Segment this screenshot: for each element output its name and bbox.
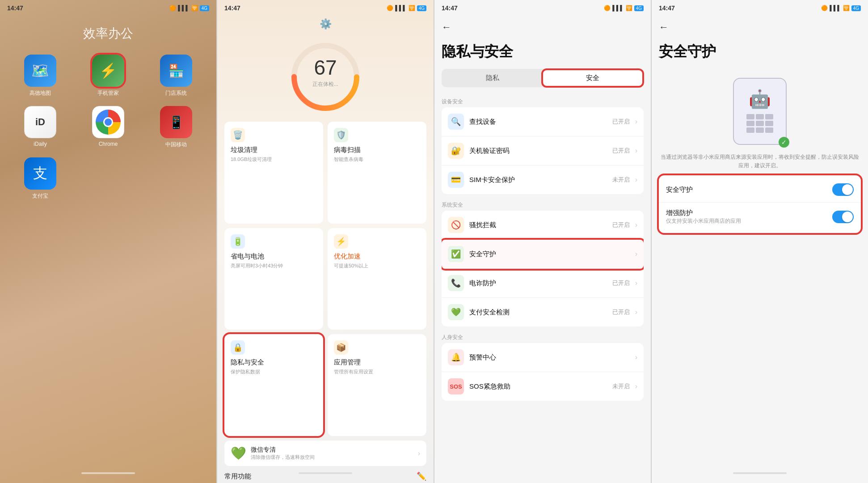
panel2-header: ⚙️: [217, 16, 434, 32]
list-item-sim-protect[interactable]: 💳 SIM卡安全保护 未开启 ›: [442, 165, 644, 194]
menu-trash[interactable]: 🗑️ 垃圾清理 18.0GB垃圾可清理: [224, 122, 323, 224]
back-button-4[interactable]: ←: [659, 21, 669, 33]
list-item-alert-center[interactable]: 🔔 预警中心 ›: [442, 343, 644, 372]
wechat-subtitle: 清除微信缓存，迅速释放空间: [251, 454, 315, 461]
menu-battery[interactable]: 🔋 省电与电池 亮屏可用时3小时43分钟: [224, 228, 323, 330]
score-area: 67 正在体检...: [217, 32, 434, 117]
anti-fraud-status: 已开启: [612, 279, 630, 287]
list-item-anti-fraud[interactable]: 📞 电诈防护 已开启 ›: [442, 269, 644, 298]
power-password-arrow: ›: [635, 147, 637, 155]
enhanced-protection-toggle-switch[interactable]: [832, 211, 854, 223]
security-guard-toggle-switch[interactable]: [832, 183, 854, 196]
enhanced-protection-toggle-subtitle: 仅支持安装小米应用商店的应用: [666, 217, 827, 225]
app-chrome[interactable]: Chrome: [79, 106, 138, 148]
page-title-4: 安全守护: [652, 38, 868, 69]
list-item-intercept[interactable]: 🚫 骚扰拦截 已开启 ›: [442, 211, 644, 240]
menu-grid: 🗑️ 垃圾清理 18.0GB垃圾可清理 🛡️ 病毒扫描 智能查杀病毒 🔋 省电与…: [217, 117, 434, 441]
tab-privacy[interactable]: 隐私: [443, 70, 542, 86]
status-bar-3: 14:47 🟠 ▌▌▌ 🛜 4G: [434, 0, 651, 16]
alert-center-text: 预警中心: [469, 353, 624, 362]
toggle-item-security-guard: 安全守护: [659, 177, 861, 203]
app-icon-store: 🏪: [160, 55, 192, 87]
key-3: [765, 114, 773, 119]
list-item-power-password[interactable]: 🔐 关机验证密码 已开启 ›: [442, 136, 644, 165]
status-icons-3: 🟠 ▌▌▌ 🛜 4G: [604, 5, 644, 11]
status-bar-4: 14:47 🟠 ▌▌▌ 🛜 4G: [652, 0, 868, 16]
home-indicator-1: [81, 472, 135, 474]
sim-protect-icon: 💳: [448, 172, 464, 188]
privacy-title: 隐私与安全: [231, 358, 317, 367]
signal-icon-4: ▌▌▌: [830, 5, 841, 11]
app-phone-manager[interactable]: ⚡ 手机管家: [79, 55, 138, 97]
list-item-security-guard[interactable]: ✅ 安全守护 ›: [442, 240, 644, 269]
menu-speed[interactable]: ⚡ 优化加速 可提速50%以上: [328, 228, 426, 330]
status-time-2: 14:47: [224, 4, 240, 12]
security-guard-arrow: ›: [635, 250, 637, 258]
wifi-icon-3: 🛜: [626, 5, 632, 11]
app-icon-gaode: 🗺️: [24, 55, 56, 87]
app-icon-phone-manager: ⚡: [92, 55, 124, 87]
home-indicator-2: [299, 472, 352, 474]
wechat-arrow: ›: [418, 449, 420, 458]
security-guard-toggle-title: 安全守护: [666, 186, 827, 194]
app-label-alipay: 支付宝: [32, 192, 48, 200]
app-store[interactable]: 🏪 门店系统: [147, 55, 206, 97]
folder-title: 效率办公: [0, 25, 216, 42]
app-mgmt-title: 应用管理: [334, 358, 420, 367]
wechat-row[interactable]: 💚 微信专清 清除微信缓存，迅速释放空间 ›: [224, 441, 426, 466]
phone-keyboard-graphic: [745, 112, 775, 135]
enhanced-protection-toggle-title: 增强防护: [666, 209, 827, 217]
virus-icon: 🛡️: [334, 128, 348, 142]
enhanced-protection-toggle-text: 增强防护 仅支持安装小米应用商店的应用: [666, 209, 827, 225]
menu-app-mgmt[interactable]: 📦 应用管理 管理所有应用设置: [328, 334, 426, 436]
chrome-center-icon: [103, 117, 113, 127]
trash-subtitle: 18.0GB垃圾可清理: [231, 156, 317, 163]
nav-header-3: ←: [434, 16, 651, 38]
apps-grid: 🗺️ 高德地图 ⚡ 手机管家 🏪 门店系统 iD iDaily: [0, 49, 216, 205]
app-mgmt-icon: 📦: [334, 340, 348, 355]
payment-check-icon: 💚: [448, 304, 464, 320]
sos-arrow: ›: [635, 382, 637, 390]
wechat-left: 💚 微信专清 清除微信缓存，迅速释放空间: [231, 446, 315, 461]
app-idaily[interactable]: iD iDaily: [11, 106, 70, 148]
app-label-idaily: iDaily: [34, 141, 46, 147]
list-item-find-device[interactable]: 🔍 查找设备 已开启 ›: [442, 107, 644, 136]
speed-title: 优化加速: [334, 252, 420, 261]
tab-security[interactable]: 安全: [543, 70, 642, 86]
security-guard-toggle-text: 安全守护: [666, 186, 827, 194]
phone-mock-graphic: 🤖 ✓: [733, 78, 787, 145]
device-security-list: 🔍 查找设备 已开启 › 🔐 关机验证密码 已开启 › 💳 SIM卡安全保护 未…: [442, 107, 644, 194]
find-device-arrow: ›: [635, 118, 637, 126]
list-item-payment-check[interactable]: 💚 支付安全检测 已开启 ›: [442, 298, 644, 326]
app-icon-chrome: [92, 106, 124, 138]
list-item-sos[interactable]: SOS SOS紧急救助 未开启 ›: [442, 372, 644, 401]
app-china-mobile[interactable]: 📱 中国移动: [147, 106, 206, 148]
status-bar-1: 14:47 🟠 ▌▌▌ 🛜 4G: [0, 0, 216, 16]
svg-text:正在体检...: 正在体检...: [312, 81, 338, 87]
key-8: [756, 127, 764, 133]
app-icon-idaily: iD: [24, 106, 56, 138]
security-guard-icon: ✅: [448, 246, 464, 262]
menu-privacy[interactable]: 🔒 隐私与安全 保护隐私数据: [224, 334, 323, 436]
key-7: [746, 127, 754, 133]
app-icon-alipay: 支: [24, 157, 56, 190]
app-alipay[interactable]: 支 支付宝: [11, 157, 70, 200]
status-time-3: 14:47: [442, 4, 458, 12]
section-personal-label: 人身安全: [434, 330, 651, 343]
back-button-3[interactable]: ←: [442, 21, 451, 33]
menu-virus[interactable]: 🛡️ 病毒扫描 智能查杀病毒: [328, 122, 426, 224]
signal-icon-1: ▌▌▌: [178, 5, 190, 11]
find-device-text: 查找设备: [469, 118, 607, 126]
alert-center-icon: 🔔: [448, 349, 464, 365]
speed-subtitle: 可提速50%以上: [334, 263, 420, 269]
panel-security-guard: 14:47 🟠 ▌▌▌ 🛜 4G ← 安全守护 🤖 ✓: [652, 0, 868, 483]
anti-fraud-text: 电诈防护: [469, 279, 607, 288]
app-gaode[interactable]: 🗺️ 高德地图: [11, 55, 70, 97]
gear-icon[interactable]: ⚙️: [320, 18, 332, 30]
app-label-china-mobile: 中国移动: [165, 141, 187, 148]
status-icons-2: 🟠 ▌▌▌ 🛜 4G: [387, 5, 426, 11]
intercept-arrow: ›: [635, 221, 637, 229]
key-4: [746, 121, 754, 126]
edit-icon[interactable]: ✏️: [417, 471, 426, 481]
anti-fraud-arrow: ›: [635, 279, 637, 287]
